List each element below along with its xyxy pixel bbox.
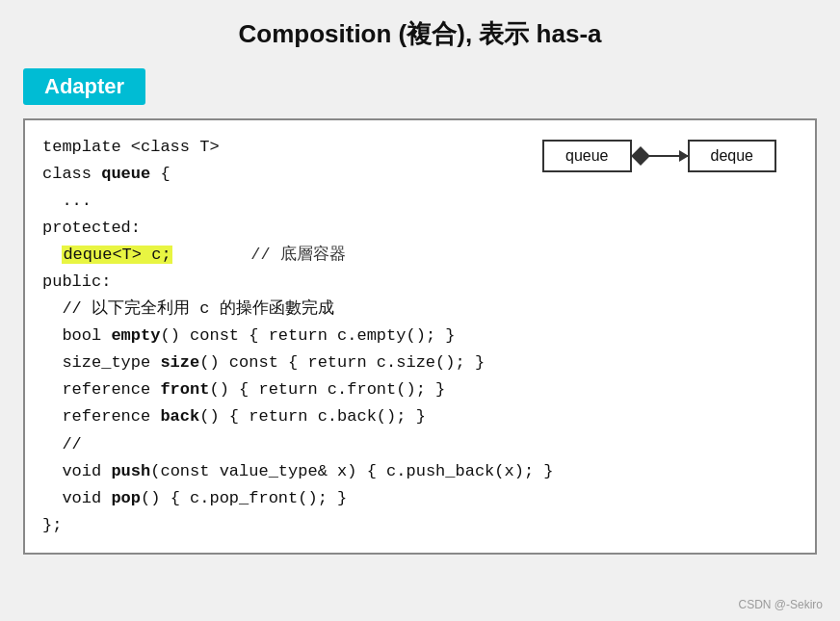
uml-connector — [632, 149, 688, 163]
uml-queue-box: queue — [542, 140, 632, 172]
page-container: Composition (複合), 表示 has-a Adapter queue… — [0, 0, 840, 621]
code-line-8: bool empty() const { return c.empty(); } — [42, 323, 798, 349]
watermark: CSDN @-Sekiro — [738, 598, 823, 611]
code-line-9: size_type size() const { return c.size()… — [42, 349, 798, 376]
code-line-3: ... — [42, 188, 798, 215]
arrow-line — [649, 155, 688, 157]
uml-diagram: queue deque — [542, 140, 776, 172]
code-line-4: protected: — [42, 215, 798, 242]
code-line-5: deque<T> c; // 底層容器 — [42, 242, 798, 269]
code-line-7: // 以下完全利用 c 的操作函數完成 — [42, 296, 798, 323]
code-line-6: public: — [42, 269, 798, 296]
highlight-deque: deque<T> c; — [62, 246, 171, 264]
adapter-badge: Adapter — [23, 68, 145, 105]
code-line-14: void pop() { c.pop_front(); } — [42, 485, 798, 512]
code-line-13: void push(const value_type& x) { c.push_… — [42, 458, 798, 485]
uml-deque-box: deque — [688, 140, 777, 172]
code-box: queue deque template <class T> class que… — [23, 118, 817, 555]
title-area: Composition (複合), 表示 has-a — [23, 17, 817, 51]
code-line-10: reference front() { return c.front(); } — [42, 376, 798, 403]
page-title: Composition (複合), 表示 has-a — [239, 19, 602, 48]
code-line-15: }; — [42, 512, 798, 539]
diamond-icon — [631, 146, 650, 166]
code-line-11: reference back() { return c.back(); } — [42, 403, 798, 430]
code-line-12: // — [42, 431, 798, 458]
